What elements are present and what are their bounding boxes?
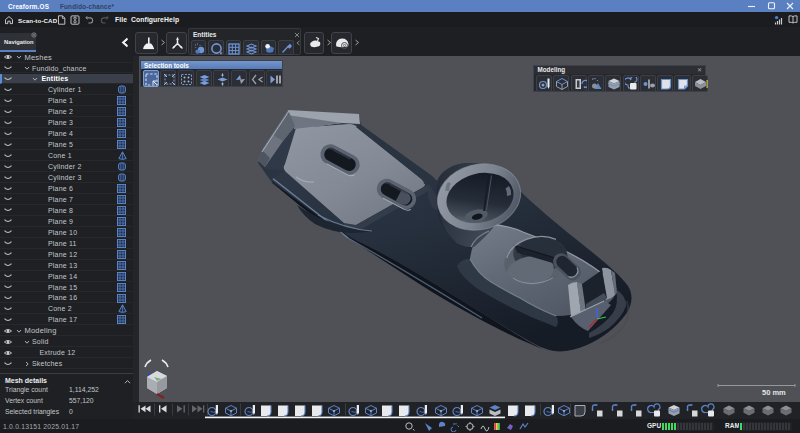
svg-text:50 mm: 50 mm <box>762 388 786 397</box>
